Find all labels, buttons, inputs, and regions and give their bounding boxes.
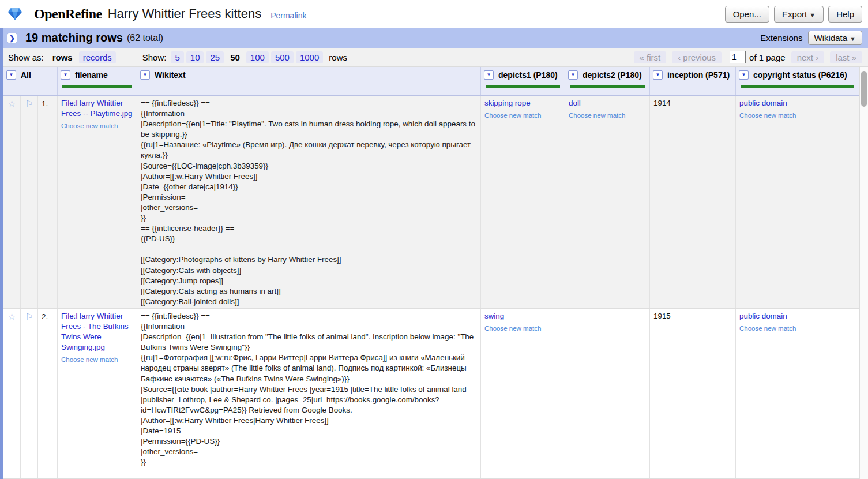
depicts2-column-menu-icon[interactable]: ▼ [568, 70, 578, 80]
page-size-10[interactable]: 10 [186, 51, 204, 63]
filename-cell: File:Harry Whittier Frees - The Bufkins … [58, 309, 137, 478]
column-header-depicts1: ▼ depicts1 (P180) [481, 67, 565, 95]
matching-rows-count: 19 matching rows [25, 31, 123, 44]
choose-new-match-link[interactable]: Choose new match [569, 110, 646, 121]
star-icon: ☆ [8, 312, 16, 321]
column-header-inception: ▼ inception (P571) [650, 67, 736, 95]
vertical-scrollbar[interactable] [859, 67, 868, 479]
pagination-first-button[interactable]: « first [634, 51, 667, 63]
show-as-records-option[interactable]: records [79, 51, 116, 63]
app-header: OpenRefine Harry Whittier Frees kittens … [0, 0, 868, 28]
table-row: ☆ ⚐ 2. File:Harry Whittier Frees - The B… [3, 309, 859, 479]
permalink-link[interactable]: Permalink [270, 11, 306, 20]
flag-toggle[interactable]: ⚐ [21, 309, 38, 478]
page-number-input[interactable] [730, 51, 746, 63]
open-button[interactable]: Open... [725, 6, 769, 23]
depicts1-match-link[interactable]: skipping rope [484, 99, 531, 107]
star-toggle[interactable]: ☆ [3, 309, 21, 478]
page-size-label: Show: [142, 53, 167, 62]
pagination-next-button[interactable]: next › [791, 51, 825, 63]
page-size-100[interactable]: 100 [246, 51, 269, 63]
choose-new-match-link[interactable]: Choose new match [484, 110, 561, 121]
depicts2-match-link[interactable]: doll [569, 99, 581, 107]
header-divider [28, 1, 28, 27]
copyright-cell: public domain Choose new match [736, 309, 859, 478]
inception-cell[interactable]: 1915 [650, 309, 736, 478]
filename-match-link[interactable]: File:Harry Whittier Frees - The Bufkins … [61, 312, 129, 351]
star-icon: ☆ [8, 99, 16, 108]
table-header-row: ▼ All ▼ filename ▼ Wikitext [3, 67, 859, 96]
project-title: Harry Whittier Frees kittens [108, 6, 262, 21]
copyright-reconcile-progress [741, 85, 854, 88]
extensions-label: Extensions [760, 33, 802, 43]
depicts2-reconcile-progress [570, 85, 645, 88]
row-index: 2. [38, 309, 58, 478]
copyright-match-link[interactable]: public domain [739, 99, 787, 107]
choose-new-match-link[interactable]: Choose new match [61, 354, 133, 365]
scrollbar-thumb[interactable] [861, 71, 867, 107]
depicts1-match-link[interactable]: swing [484, 312, 504, 320]
wikidata-extension-button[interactable]: Wikidata▼ [808, 31, 862, 45]
filename-reconcile-progress [62, 85, 132, 88]
column-header-copyright-status: ▼ copyright status (P6216) [736, 67, 859, 95]
show-as-label: Show as: [8, 53, 44, 62]
total-rows-count: (62 total) [127, 33, 163, 43]
wikitext-cell[interactable]: == {{int:filedesc}} == {{Information |De… [137, 96, 481, 308]
show-as-rows-option[interactable]: rows [48, 51, 77, 63]
expand-facets-chevron-icon[interactable]: ❯ [7, 33, 17, 43]
filename-column-menu-icon[interactable]: ▼ [61, 70, 70, 80]
pagination-previous-button[interactable]: ‹ previous [672, 51, 722, 63]
depicts2-cell: doll Choose new match [565, 96, 650, 308]
pagination-last-button[interactable]: last » [830, 51, 862, 63]
choose-new-match-link[interactable]: Choose new match [484, 323, 561, 334]
copyright-column-menu-icon[interactable]: ▼ [739, 70, 749, 80]
choose-new-match-link[interactable]: Choose new match [739, 110, 855, 121]
wikitext-column-menu-icon[interactable]: ▼ [140, 70, 150, 80]
page-size-25[interactable]: 25 [206, 51, 224, 63]
inception-cell[interactable]: 1914 [650, 96, 736, 308]
help-button[interactable]: Help [828, 6, 862, 23]
page-size-500[interactable]: 500 [271, 51, 294, 63]
depicts1-cell: swing Choose new match [481, 309, 565, 478]
openrefine-diamond-logo [7, 6, 23, 21]
export-button[interactable]: Export▼ [774, 6, 824, 23]
column-header-filename: ▼ filename [58, 67, 137, 95]
flag-icon: ⚐ [25, 312, 33, 321]
page-size-5[interactable]: 5 [171, 51, 183, 63]
rows-suffix-label: rows [329, 53, 347, 62]
depicts1-reconcile-progress [486, 85, 560, 88]
depicts1-cell: skipping rope Choose new match [481, 96, 565, 308]
page-count-label: of 1 page [749, 53, 786, 62]
view-options-bar: Show as: rows records Show: 5 10 25 50 1… [0, 48, 868, 67]
openrefine-app: OpenRefine Harry Whittier Frees kittens … [0, 0, 868, 479]
table-row: ☆ ⚐ 1. File:Harry Whittier Frees -- Play… [3, 96, 859, 309]
wikidata-caret-icon: ▼ [850, 35, 856, 42]
summary-bar: ❯ 19 matching rows (62 total) Extensions… [0, 28, 868, 48]
choose-new-match-link[interactable]: Choose new match [739, 323, 855, 334]
depicts2-cell-empty[interactable] [565, 309, 650, 478]
column-header-all: ▼ All [3, 67, 58, 95]
export-caret-icon: ▼ [809, 12, 816, 18]
flag-icon: ⚐ [25, 99, 33, 108]
page-size-50-selected[interactable]: 50 [226, 51, 244, 63]
column-header-depicts2: ▼ depicts2 (P180) [565, 67, 650, 95]
data-table: ▼ All ▼ filename ▼ Wikitext [3, 67, 868, 479]
facet-panel-edge [0, 28, 3, 479]
copyright-match-link[interactable]: public domain [739, 312, 787, 320]
filename-cell: File:Harry Whittier Frees -- Playtime.jp… [58, 96, 137, 308]
page-size-1000[interactable]: 1000 [296, 51, 323, 63]
star-toggle[interactable]: ☆ [3, 96, 21, 308]
flag-toggle[interactable]: ⚐ [21, 96, 38, 308]
inception-column-menu-icon[interactable]: ▼ [653, 70, 663, 80]
wikitext-cell[interactable]: == {{int:filedesc}} == {{Information |De… [137, 309, 481, 478]
choose-new-match-link[interactable]: Choose new match [61, 121, 133, 131]
filename-match-link[interactable]: File:Harry Whittier Frees -- Playtime.jp… [61, 99, 133, 118]
column-header-wikitext: ▼ Wikitext [137, 67, 481, 95]
app-logo-text: OpenRefine [34, 6, 102, 22]
all-column-menu-icon[interactable]: ▼ [6, 70, 16, 80]
row-index: 1. [38, 96, 58, 308]
copyright-cell: public domain Choose new match [736, 96, 859, 308]
depicts1-column-menu-icon[interactable]: ▼ [484, 70, 494, 80]
